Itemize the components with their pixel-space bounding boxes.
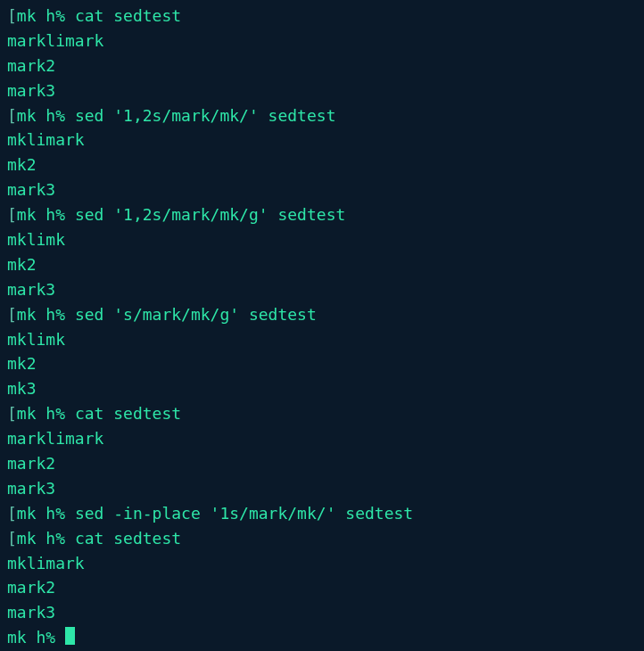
terminal-window[interactable]: [mk h% cat sedtestmarklimarkmark2mark3[m… [7, 4, 637, 650]
shell-prompt: mk h% [17, 106, 65, 125]
terminal-line: mark3 [7, 277, 637, 302]
output-text: mk2 [7, 155, 37, 174]
output-text: marklimark [7, 429, 103, 448]
shell-prompt: mk h% [17, 529, 65, 548]
command-text: cat sedtest [75, 404, 181, 423]
terminal-line: mark2 [7, 575, 637, 600]
terminal-line: marklimark [7, 426, 637, 451]
output-text: mklimark [7, 554, 85, 573]
terminal-line: mklimk [7, 327, 637, 352]
output-text: mark2 [7, 454, 55, 473]
terminal-line: [mk h% cat sedtest [7, 401, 637, 426]
command-text: cat sedtest [75, 529, 181, 548]
terminal-line: [mk h% cat sedtest [7, 526, 637, 551]
terminal-line: mk h% [7, 625, 637, 650]
terminal-line: marklimark [7, 29, 637, 54]
prompt-bracket: [ [7, 106, 17, 125]
shell-prompt: mk h% [17, 305, 65, 324]
shell-prompt: mk h% [7, 628, 55, 647]
output-text: mark2 [7, 578, 55, 597]
output-text: mark3 [7, 603, 55, 622]
prompt-bracket: [ [7, 404, 17, 423]
shell-prompt: mk h% [17, 504, 65, 523]
output-text: mark3 [7, 81, 55, 100]
output-text: mklimk [7, 230, 65, 249]
output-text: mk2 [7, 255, 37, 274]
terminal-line: mark2 [7, 451, 637, 476]
output-text: mark3 [7, 280, 55, 299]
command-text: sed 's/mark/mk/g' sedtest [75, 305, 317, 324]
terminal-line: mk3 [7, 376, 637, 401]
terminal-line: mark2 [7, 54, 637, 78]
cursor-block[interactable] [65, 627, 75, 645]
terminal-line: mark3 [7, 600, 637, 625]
terminal-line: [mk h% sed '1,2s/mark/mk/' sedtest [7, 103, 637, 128]
command-text: sed -in-place '1s/mark/mk/' sedtest [75, 504, 413, 523]
terminal-line: mark3 [7, 78, 637, 103]
prompt-bracket: [ [7, 504, 17, 523]
prompt-bracket: [ [7, 205, 17, 224]
shell-prompt: mk h% [17, 205, 65, 224]
terminal-line: mk2 [7, 351, 637, 376]
prompt-bracket: [ [7, 6, 17, 25]
shell-prompt: mk h% [17, 404, 65, 423]
command-text: cat sedtest [75, 6, 181, 25]
output-text: mk3 [7, 379, 37, 398]
terminal-line: mklimark [7, 551, 637, 576]
terminal-line: [mk h% sed '1,2s/mark/mk/g' sedtest [7, 202, 637, 227]
terminal-line: mark3 [7, 177, 637, 202]
terminal-line: mk2 [7, 252, 637, 277]
terminal-line: [mk h% sed -in-place '1s/mark/mk/' sedte… [7, 501, 637, 526]
prompt-bracket: [ [7, 529, 17, 548]
terminal-line: mklimark [7, 128, 637, 152]
output-text: mark3 [7, 479, 55, 498]
output-text: mark2 [7, 56, 55, 75]
output-text: mklimark [7, 130, 85, 149]
shell-prompt: mk h% [17, 6, 65, 25]
output-text: mklimk [7, 330, 65, 349]
output-text: marklimark [7, 31, 103, 50]
terminal-line: mk2 [7, 152, 637, 177]
terminal-line: [mk h% cat sedtest [7, 4, 637, 29]
terminal-line: mark3 [7, 476, 637, 501]
command-text: sed '1,2s/mark/mk/' sedtest [75, 106, 336, 125]
command-text: sed '1,2s/mark/mk/g' sedtest [75, 205, 345, 224]
terminal-line: [mk h% sed 's/mark/mk/g' sedtest [7, 302, 637, 327]
terminal-line: mklimk [7, 227, 637, 252]
output-text: mk2 [7, 354, 37, 373]
output-text: mark3 [7, 180, 55, 199]
prompt-bracket: [ [7, 305, 17, 324]
